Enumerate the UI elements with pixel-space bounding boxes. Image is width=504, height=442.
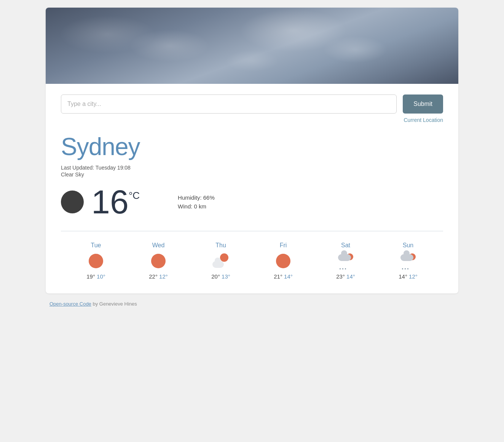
city-input[interactable] xyxy=(61,94,397,114)
current-location-link[interactable]: Current Location xyxy=(404,117,443,123)
forecast-day: Fri21° 14° xyxy=(264,242,302,280)
weather-details: Humidity: 66% Wind: 0 km xyxy=(178,194,215,210)
footer: Open-source Code by Genevieve Hines xyxy=(46,301,458,307)
temperature-value: 16 xyxy=(91,185,129,219)
forecast-high: 22° xyxy=(149,273,158,280)
weather-condition: Clear Sky xyxy=(61,171,443,178)
footer-author: by Genevieve Hines xyxy=(91,301,137,307)
forecast-low: 12° xyxy=(159,273,168,280)
forecast-low: 12° xyxy=(409,273,418,280)
hero-image xyxy=(46,8,458,84)
cloud-sun-icon xyxy=(212,253,229,269)
temperature-display: 16 °C xyxy=(91,185,140,219)
rain-cloud-icon xyxy=(337,253,354,269)
forecast-day: Sun 14° 12° xyxy=(389,242,427,280)
rain-cloud-icon xyxy=(400,253,416,269)
forecast-low: 14° xyxy=(284,273,293,280)
weather-icon xyxy=(61,191,84,213)
forecast-day: Tue19° 10° xyxy=(77,242,115,280)
current-location-wrapper: Current Location xyxy=(61,117,443,123)
forecast-day: Thu 20° 13° xyxy=(202,242,240,280)
forecast-high: 14° xyxy=(399,273,407,280)
forecast-high: 20° xyxy=(211,273,220,280)
weather-icon-area xyxy=(61,191,84,213)
forecast-high: 23° xyxy=(336,273,345,280)
forecast-low: 14° xyxy=(346,273,355,280)
forecast-day-label: Wed xyxy=(152,242,165,249)
submit-button[interactable]: Submit xyxy=(403,94,443,114)
forecast-temp-range: 23° 14° xyxy=(336,273,355,280)
weather-card: Submit Current Location Sydney Last Upda… xyxy=(46,8,458,293)
main-content: Submit Current Location Sydney Last Upda… xyxy=(46,84,458,293)
forecast-temp-range: 20° 13° xyxy=(211,273,230,280)
weather-main: 16 °C Humidity: 66% Wind: 0 km xyxy=(61,185,443,219)
sun-icon xyxy=(275,253,292,269)
forecast-day: Wed22° 12° xyxy=(139,242,177,280)
forecast-low: 13° xyxy=(222,273,230,280)
forecast-low: 10° xyxy=(97,273,105,280)
last-updated: Last Updated: Tuesday 19:08 xyxy=(61,165,443,171)
forecast-high: 21° xyxy=(274,273,282,280)
humidity: Humidity: 66% xyxy=(178,194,215,201)
forecast-high: 19° xyxy=(86,273,95,280)
forecast-day-label: Thu xyxy=(215,242,226,249)
sun-icon xyxy=(150,253,167,269)
wind: Wind: 0 km xyxy=(178,203,215,210)
open-source-link[interactable]: Open-source Code xyxy=(49,301,91,307)
forecast-temp-range: 14° 12° xyxy=(399,273,418,280)
forecast-day-label: Fri xyxy=(280,242,287,249)
sun-icon xyxy=(88,253,104,269)
forecast-temp-range: 21° 14° xyxy=(274,273,293,280)
city-name: Sydney xyxy=(61,133,443,161)
forecast-temp-range: 22° 12° xyxy=(149,273,168,280)
forecast-day-label: Tue xyxy=(91,242,101,249)
forecast-day: Sat 23° 14° xyxy=(327,242,365,280)
divider xyxy=(61,231,443,231)
search-row: Submit xyxy=(61,94,443,114)
forecast-row: Tue19° 10°Wed22° 12°Thu 20° 13°Fri21° 14… xyxy=(61,242,443,280)
forecast-temp-range: 19° 10° xyxy=(86,273,105,280)
forecast-day-label: Sat xyxy=(341,242,350,249)
temperature-unit: °C xyxy=(129,190,140,202)
forecast-day-label: Sun xyxy=(403,242,413,249)
